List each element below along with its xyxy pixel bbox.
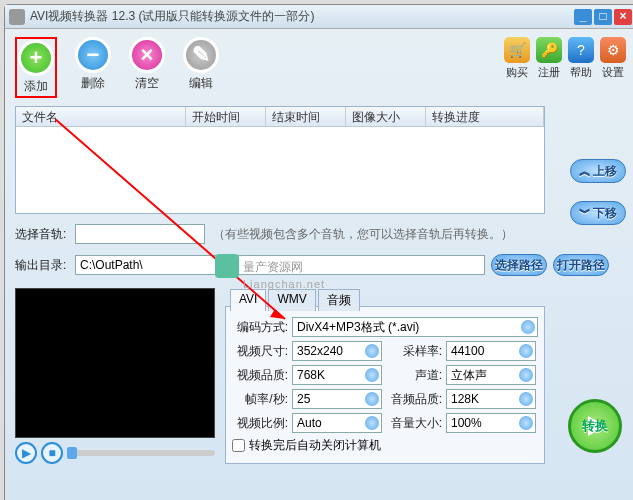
col-end[interactable]: 结束时间 — [266, 107, 346, 126]
channel-label: 声道: — [386, 367, 442, 384]
shutdown-checkbox[interactable] — [232, 439, 245, 452]
ratio-select[interactable]: Auto — [292, 413, 382, 433]
track-select[interactable] — [75, 224, 205, 244]
key-icon: 🔑 — [536, 37, 562, 63]
format-tabs: AVI WMV 音频 — [230, 289, 362, 311]
tab-audio[interactable]: 音频 — [318, 289, 360, 311]
track-label: 选择音轨: — [15, 226, 75, 243]
app-window: AVI视频转换器 12.3 (试用版只能转换源文件的一部分) _ □ × + 添… — [4, 4, 633, 500]
close-button[interactable]: × — [614, 9, 632, 25]
minimize-button[interactable]: _ — [574, 9, 592, 25]
edit-label: 编辑 — [183, 75, 219, 92]
fps-label: 帧率/秒: — [232, 391, 288, 408]
toolbar: + 添加 − 删除 × 清空 ✎ 编辑 🛒购买 🔑注册 — [15, 37, 626, 98]
add-label: 添加 — [18, 78, 54, 95]
size-select[interactable]: 352x240 — [292, 341, 382, 361]
delete-label: 删除 — [75, 75, 111, 92]
col-progress[interactable]: 转换进度 — [426, 107, 544, 126]
volume-label: 音量大小: — [386, 415, 442, 432]
col-start[interactable]: 开始时间 — [186, 107, 266, 126]
aq-select[interactable]: 128K — [446, 389, 536, 409]
list-header: 文件名 开始时间 结束时间 图像大小 转换进度 — [16, 107, 544, 127]
play-button[interactable]: ▶ — [15, 442, 37, 464]
bottom-panel: ▶ ■ AVI WMV 音频 编码方式:DivX4+MP3格式 (*.avi) … — [15, 288, 626, 464]
output-row: 输出目录: 选择路径 打开路径 — [15, 254, 626, 276]
encode-select[interactable]: DivX4+MP3格式 (*.avi) — [292, 317, 538, 337]
volume-select[interactable]: 100% — [446, 413, 536, 433]
x-icon: × — [129, 37, 165, 73]
plus-icon: + — [18, 40, 54, 76]
shutdown-row: 转换完后自动关闭计算机 — [232, 437, 538, 454]
video-preview — [15, 288, 215, 438]
move-down-button[interactable]: ︾下移 — [570, 201, 626, 225]
window-body: + 添加 − 删除 × 清空 ✎ 编辑 🛒购买 🔑注册 — [5, 29, 633, 472]
gear-icon: ⚙ — [600, 37, 626, 63]
buy-button[interactable]: 🛒购买 — [504, 37, 530, 80]
ratio-label: 视频比例: — [232, 415, 288, 432]
register-button[interactable]: 🔑注册 — [536, 37, 562, 80]
pencil-icon: ✎ — [183, 37, 219, 73]
open-path-button[interactable]: 打开路径 — [553, 254, 609, 276]
settings-button[interactable]: ⚙设置 — [600, 37, 626, 80]
stop-icon: ■ — [48, 446, 55, 460]
preview-panel: ▶ ■ — [15, 288, 215, 464]
list-body[interactable] — [16, 127, 544, 213]
clear-label: 清空 — [129, 75, 165, 92]
vq-select[interactable]: 768K — [292, 365, 382, 385]
aq-label: 音频品质: — [386, 391, 442, 408]
stop-button[interactable]: ■ — [41, 442, 63, 464]
move-up-button[interactable]: ︽上移 — [570, 159, 626, 183]
app-icon — [9, 9, 25, 25]
main-tools: + 添加 − 删除 × 清空 ✎ 编辑 — [15, 37, 219, 98]
encode-label: 编码方式: — [232, 319, 288, 336]
convert-label: 转换 — [582, 417, 608, 435]
edit-button[interactable]: ✎ 编辑 — [183, 37, 219, 98]
tab-avi[interactable]: AVI — [230, 289, 266, 311]
rate-label: 采样率: — [386, 343, 442, 360]
output-label: 输出目录: — [15, 257, 75, 274]
help-button[interactable]: ?帮助 — [568, 37, 594, 80]
fps-select[interactable]: 25 — [292, 389, 382, 409]
vq-label: 视频品质: — [232, 367, 288, 384]
shutdown-label: 转换完后自动关闭计算机 — [249, 437, 381, 454]
minus-icon: − — [75, 37, 111, 73]
play-icon: ▶ — [22, 446, 31, 460]
convert-button[interactable]: 转换 — [568, 399, 622, 453]
channel-select[interactable]: 立体声 — [446, 365, 536, 385]
cart-icon: 🛒 — [504, 37, 530, 63]
window-title: AVI视频转换器 12.3 (试用版只能转换源文件的一部分) — [30, 8, 572, 25]
player-controls: ▶ ■ — [15, 442, 215, 464]
chevron-down-icon: ︾ — [579, 205, 591, 222]
size-label: 视频尺寸: — [232, 343, 288, 360]
delete-button[interactable]: − 删除 — [75, 37, 111, 98]
help-icon: ? — [568, 37, 594, 63]
maximize-button[interactable]: □ — [594, 9, 612, 25]
add-button[interactable]: + 添加 — [15, 37, 57, 98]
audio-track-row: 选择音轨: （有些视频包含多个音轨，您可以选择音轨后再转换。） — [15, 224, 626, 244]
tab-wmv[interactable]: WMV — [268, 289, 315, 311]
seek-slider[interactable] — [67, 450, 215, 456]
output-path-input[interactable] — [75, 255, 485, 275]
settings-panel: AVI WMV 音频 编码方式:DivX4+MP3格式 (*.avi) 视频尺寸… — [225, 306, 545, 464]
reorder-buttons: ︽上移 ︾下移 — [570, 159, 626, 225]
file-list: 文件名 开始时间 结束时间 图像大小 转换进度 — [15, 106, 545, 214]
chevron-up-icon: ︽ — [579, 163, 591, 180]
browse-button[interactable]: 选择路径 — [491, 254, 547, 276]
col-filename[interactable]: 文件名 — [16, 107, 186, 126]
right-tools: 🛒购买 🔑注册 ?帮助 ⚙设置 — [504, 37, 626, 80]
titlebar: AVI视频转换器 12.3 (试用版只能转换源文件的一部分) _ □ × — [5, 5, 633, 29]
clear-button[interactable]: × 清空 — [129, 37, 165, 98]
col-size[interactable]: 图像大小 — [346, 107, 426, 126]
rate-select[interactable]: 44100 — [446, 341, 536, 361]
track-hint: （有些视频包含多个音轨，您可以选择音轨后再转换。） — [213, 226, 513, 243]
